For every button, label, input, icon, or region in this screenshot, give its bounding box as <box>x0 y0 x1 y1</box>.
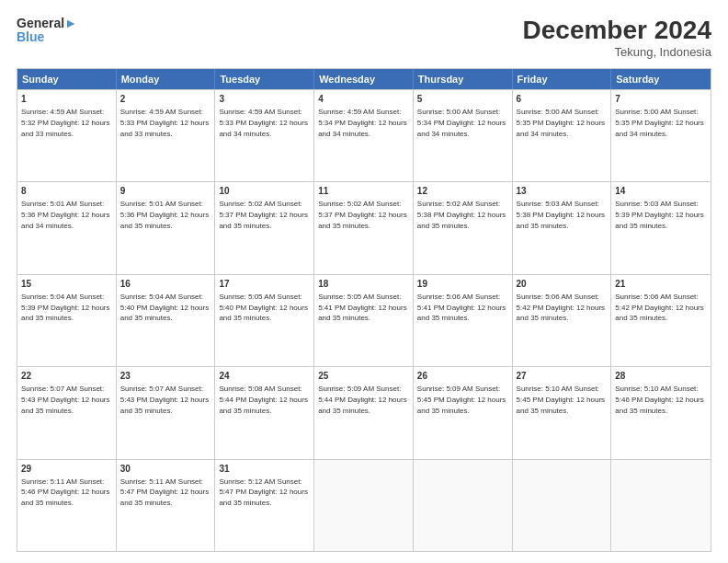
day-number: 13 <box>517 185 608 198</box>
day-number: 18 <box>318 278 409 291</box>
day-number: 29 <box>21 463 112 476</box>
day-number: 4 <box>318 93 409 106</box>
cal-cell-w1-d2: 2Sunrise: 4:59 AM Sunset: 5:33 PM Daylig… <box>117 90 216 181</box>
day-detail: Sunrise: 5:06 AM Sunset: 5:41 PM Dayligh… <box>417 293 506 323</box>
cal-cell-w1-d5: 5Sunrise: 5:00 AM Sunset: 5:34 PM Daylig… <box>414 90 513 181</box>
calendar: Sunday Monday Tuesday Wednesday Thursday… <box>17 68 711 552</box>
cal-cell-w5-d7 <box>611 460 711 551</box>
cal-cell-w4-d6: 27Sunrise: 5:10 AM Sunset: 5:45 PM Dayli… <box>513 367 612 458</box>
cal-cell-w4-d5: 26Sunrise: 5:09 AM Sunset: 5:45 PM Dayli… <box>414 367 513 458</box>
month-year-title: December 2024 <box>523 17 711 45</box>
day-detail: Sunrise: 4:59 AM Sunset: 5:33 PM Dayligh… <box>219 108 308 138</box>
cal-cell-w1-d7: 7Sunrise: 5:00 AM Sunset: 5:35 PM Daylig… <box>611 90 711 181</box>
day-number: 3 <box>219 93 310 106</box>
logo-blue: Blue <box>17 30 77 44</box>
cal-cell-w5-d5 <box>414 460 513 551</box>
cal-cell-w2-d2: 9Sunrise: 5:01 AM Sunset: 5:36 PM Daylig… <box>117 182 216 273</box>
cal-cell-w5-d1: 29Sunrise: 5:11 AM Sunset: 5:46 PM Dayli… <box>17 460 117 551</box>
day-detail: Sunrise: 5:01 AM Sunset: 5:36 PM Dayligh… <box>120 200 210 230</box>
cal-cell-w2-d4: 11Sunrise: 5:02 AM Sunset: 5:37 PM Dayli… <box>314 182 414 273</box>
day-number: 23 <box>120 370 211 383</box>
day-detail: Sunrise: 5:10 AM Sunset: 5:46 PM Dayligh… <box>615 385 704 415</box>
day-number: 26 <box>417 370 508 383</box>
header-thursday: Thursday <box>414 69 513 89</box>
cal-cell-w3-d4: 18Sunrise: 5:05 AM Sunset: 5:41 PM Dayli… <box>314 275 414 366</box>
logo: General► Blue <box>17 17 77 45</box>
day-number: 9 <box>120 185 211 198</box>
day-detail: Sunrise: 4:59 AM Sunset: 5:33 PM Dayligh… <box>120 108 210 138</box>
day-detail: Sunrise: 5:09 AM Sunset: 5:45 PM Dayligh… <box>417 385 506 415</box>
cal-cell-w2-d7: 14Sunrise: 5:03 AM Sunset: 5:39 PM Dayli… <box>611 182 711 273</box>
cal-cell-w2-d1: 8Sunrise: 5:01 AM Sunset: 5:36 PM Daylig… <box>17 182 117 273</box>
calendar-week-3: 15Sunrise: 5:04 AM Sunset: 5:39 PM Dayli… <box>17 274 711 366</box>
day-detail: Sunrise: 5:07 AM Sunset: 5:43 PM Dayligh… <box>21 385 110 415</box>
day-number: 1 <box>21 93 112 106</box>
day-detail: Sunrise: 5:02 AM Sunset: 5:38 PM Dayligh… <box>417 200 506 230</box>
calendar-week-1: 1Sunrise: 4:59 AM Sunset: 5:32 PM Daylig… <box>17 89 711 181</box>
cal-cell-w4-d1: 22Sunrise: 5:07 AM Sunset: 5:43 PM Dayli… <box>17 367 117 458</box>
day-number: 15 <box>21 278 112 291</box>
day-detail: Sunrise: 5:04 AM Sunset: 5:40 PM Dayligh… <box>120 293 210 323</box>
day-detail: Sunrise: 4:59 AM Sunset: 5:34 PM Dayligh… <box>318 108 407 138</box>
header-sunday: Sunday <box>17 69 117 89</box>
day-number: 5 <box>417 93 508 106</box>
day-number: 22 <box>21 370 112 383</box>
day-detail: Sunrise: 5:01 AM Sunset: 5:36 PM Dayligh… <box>21 200 110 230</box>
day-number: 7 <box>615 93 707 106</box>
cal-cell-w1-d1: 1Sunrise: 4:59 AM Sunset: 5:32 PM Daylig… <box>17 90 117 181</box>
day-detail: Sunrise: 5:07 AM Sunset: 5:43 PM Dayligh… <box>120 385 210 415</box>
cal-cell-w3-d5: 19Sunrise: 5:06 AM Sunset: 5:41 PM Dayli… <box>414 275 513 366</box>
day-number: 28 <box>615 370 707 383</box>
day-detail: Sunrise: 5:12 AM Sunset: 5:47 PM Dayligh… <box>219 477 308 508</box>
calendar-week-5: 29Sunrise: 5:11 AM Sunset: 5:46 PM Dayli… <box>17 459 711 551</box>
day-number: 27 <box>517 370 608 383</box>
header-friday: Friday <box>513 69 612 89</box>
cal-cell-w2-d6: 13Sunrise: 5:03 AM Sunset: 5:38 PM Dayli… <box>513 182 612 273</box>
header: General► Blue December 2024 Tekung, Indo… <box>17 17 711 59</box>
day-detail: Sunrise: 5:03 AM Sunset: 5:38 PM Dayligh… <box>517 200 606 230</box>
day-detail: Sunrise: 5:00 AM Sunset: 5:35 PM Dayligh… <box>615 108 704 138</box>
day-detail: Sunrise: 5:09 AM Sunset: 5:44 PM Dayligh… <box>318 385 407 415</box>
calendar-body: 1Sunrise: 4:59 AM Sunset: 5:32 PM Daylig… <box>17 89 711 551</box>
calendar-week-4: 22Sunrise: 5:07 AM Sunset: 5:43 PM Dayli… <box>17 366 711 458</box>
header-wednesday: Wednesday <box>314 69 414 89</box>
day-detail: Sunrise: 4:59 AM Sunset: 5:32 PM Dayligh… <box>21 108 110 138</box>
day-detail: Sunrise: 5:11 AM Sunset: 5:46 PM Dayligh… <box>21 477 110 508</box>
cal-cell-w3-d2: 16Sunrise: 5:04 AM Sunset: 5:40 PM Dayli… <box>117 275 216 366</box>
cal-cell-w3-d6: 20Sunrise: 5:06 AM Sunset: 5:42 PM Dayli… <box>513 275 612 366</box>
cal-cell-w3-d7: 21Sunrise: 5:06 AM Sunset: 5:42 PM Dayli… <box>611 275 711 366</box>
cal-cell-w4-d3: 24Sunrise: 5:08 AM Sunset: 5:44 PM Dayli… <box>215 367 314 458</box>
day-detail: Sunrise: 5:02 AM Sunset: 5:37 PM Dayligh… <box>219 200 308 230</box>
header-tuesday: Tuesday <box>215 69 314 89</box>
header-monday: Monday <box>117 69 216 89</box>
day-number: 2 <box>120 93 211 106</box>
day-number: 24 <box>219 370 310 383</box>
day-detail: Sunrise: 5:05 AM Sunset: 5:41 PM Dayligh… <box>318 293 407 323</box>
day-detail: Sunrise: 5:03 AM Sunset: 5:39 PM Dayligh… <box>615 200 704 230</box>
day-number: 30 <box>120 463 211 476</box>
day-number: 19 <box>417 278 508 291</box>
day-number: 10 <box>219 185 310 198</box>
day-number: 25 <box>318 370 409 383</box>
day-detail: Sunrise: 5:06 AM Sunset: 5:42 PM Dayligh… <box>517 293 606 323</box>
cal-cell-w3-d3: 17Sunrise: 5:05 AM Sunset: 5:40 PM Dayli… <box>215 275 314 366</box>
cal-cell-w2-d5: 12Sunrise: 5:02 AM Sunset: 5:38 PM Dayli… <box>414 182 513 273</box>
day-detail: Sunrise: 5:06 AM Sunset: 5:42 PM Dayligh… <box>615 293 704 323</box>
day-number: 16 <box>120 278 211 291</box>
day-number: 12 <box>417 185 508 198</box>
cal-cell-w1-d3: 3Sunrise: 4:59 AM Sunset: 5:33 PM Daylig… <box>215 90 314 181</box>
calendar-header-row: Sunday Monday Tuesday Wednesday Thursday… <box>17 69 711 89</box>
cal-cell-w4-d4: 25Sunrise: 5:09 AM Sunset: 5:44 PM Dayli… <box>314 367 414 458</box>
logo-general: General► <box>17 17 77 30</box>
day-detail: Sunrise: 5:00 AM Sunset: 5:34 PM Dayligh… <box>417 108 506 138</box>
cal-cell-w3-d1: 15Sunrise: 5:04 AM Sunset: 5:39 PM Dayli… <box>17 275 117 366</box>
cal-cell-w5-d4 <box>314 460 414 551</box>
day-detail: Sunrise: 5:04 AM Sunset: 5:39 PM Dayligh… <box>21 293 110 323</box>
day-number: 11 <box>318 185 409 198</box>
cal-cell-w5-d3: 31Sunrise: 5:12 AM Sunset: 5:47 PM Dayli… <box>215 460 314 551</box>
cal-cell-w4-d7: 28Sunrise: 5:10 AM Sunset: 5:46 PM Dayli… <box>611 367 711 458</box>
day-number: 14 <box>615 185 707 198</box>
day-number: 17 <box>219 278 310 291</box>
header-saturday: Saturday <box>611 69 711 89</box>
day-detail: Sunrise: 5:00 AM Sunset: 5:35 PM Dayligh… <box>517 108 606 138</box>
